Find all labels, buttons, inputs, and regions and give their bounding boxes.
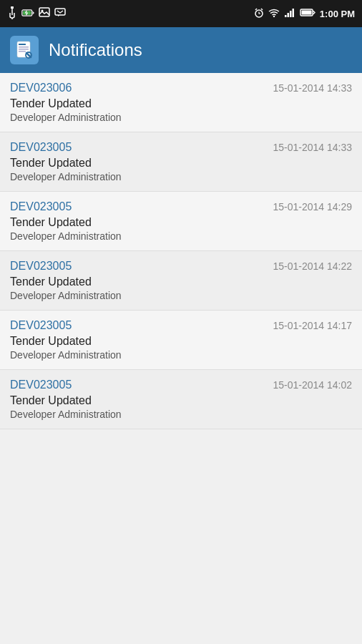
notification-row-top: DEV023005 15-01-2014 14:29 — [10, 200, 352, 213]
header-app-icon — [10, 36, 39, 64]
svg-point-8 — [273, 15, 275, 16]
notification-id[interactable]: DEV023005 — [10, 319, 72, 332]
svg-rect-1 — [11, 6, 14, 9]
notification-id[interactable]: DEV023005 — [10, 379, 72, 391]
status-bar-right: 1:00 PM — [254, 8, 355, 20]
notification-item[interactable]: DEV023005 15-01-2014 14:22 Tender Update… — [0, 251, 362, 311]
notification-item[interactable]: DEV023006 15-01-2014 14:33 Tender Update… — [0, 73, 362, 132]
battery-charging-icon — [21, 8, 34, 19]
notification-id[interactable]: DEV023005 — [10, 200, 72, 213]
svg-rect-12 — [292, 9, 294, 17]
svg-rect-9 — [285, 15, 287, 17]
notification-id[interactable]: DEV023005 — [10, 260, 72, 273]
notification-row-top: DEV023005 15-01-2014 14:17 — [10, 319, 352, 332]
notification-title: Tender Updated — [10, 335, 352, 348]
svg-point-0 — [11, 18, 13, 19]
notification-date: 15-01-2014 14:29 — [273, 201, 352, 213]
notification-item[interactable]: DEV023005 15-01-2014 14:17 Tender Update… — [0, 311, 362, 370]
app-header: Notifications — [0, 27, 362, 73]
notification-date: 15-01-2014 14:33 — [273, 82, 352, 94]
notification-title: Tender Updated — [10, 394, 352, 407]
svg-rect-14 — [301, 11, 311, 15]
notification-subtitle: Developer Administration — [10, 409, 352, 420]
svg-rect-16 — [19, 44, 26, 45]
notification-item[interactable]: DEV023005 15-01-2014 14:29 Tender Update… — [0, 192, 362, 251]
svg-rect-17 — [19, 47, 29, 48]
notification-row-top: DEV023006 15-01-2014 14:33 — [10, 82, 352, 94]
status-bar-left — [7, 6, 66, 21]
notification-date: 15-01-2014 14:02 — [273, 379, 352, 391]
alarm-icon — [254, 8, 264, 20]
svg-rect-10 — [287, 13, 289, 17]
time-display: 1:00 PM — [320, 9, 355, 19]
notification-subtitle: Developer Administration — [10, 171, 352, 182]
notification-row-top: DEV023005 15-01-2014 14:33 — [10, 141, 352, 154]
picture-icon — [39, 7, 50, 20]
notification-title: Tender Updated — [10, 216, 352, 229]
notification-item[interactable]: DEV023005 15-01-2014 14:33 Tender Update… — [0, 132, 362, 192]
notification-id[interactable]: DEV023006 — [10, 82, 72, 94]
svg-rect-6 — [55, 9, 65, 15]
notification-subtitle: Developer Administration — [10, 349, 352, 361]
notification-row-top: DEV023005 15-01-2014 14:22 — [10, 260, 352, 273]
notification-subtitle: Developer Administration — [10, 290, 352, 301]
notification-date: 15-01-2014 14:17 — [273, 320, 352, 331]
page-title: Notifications — [49, 40, 142, 60]
notification-row-top: DEV023005 15-01-2014 14:02 — [10, 379, 352, 391]
svg-rect-11 — [290, 11, 292, 17]
notification-list: DEV023006 15-01-2014 14:33 Tender Update… — [0, 73, 362, 429]
signal-icon — [284, 8, 295, 20]
status-bar: 1:00 PM — [0, 0, 362, 27]
notification-subtitle: Developer Administration — [10, 230, 352, 242]
notification-subtitle: Developer Administration — [10, 112, 352, 123]
wifi-icon — [268, 9, 280, 19]
message-icon — [54, 7, 66, 20]
notification-title: Tender Updated — [10, 97, 352, 110]
battery-icon — [300, 8, 315, 19]
usb-icon — [7, 6, 17, 21]
notification-date: 15-01-2014 14:22 — [273, 260, 352, 272]
notification-title: Tender Updated — [10, 157, 352, 170]
notification-title: Tender Updated — [10, 275, 352, 288]
svg-rect-19 — [19, 51, 26, 52]
notification-id[interactable]: DEV023005 — [10, 141, 72, 154]
svg-rect-18 — [19, 49, 29, 50]
notification-item[interactable]: DEV023005 15-01-2014 14:02 Tender Update… — [0, 370, 362, 429]
notification-date: 15-01-2014 14:33 — [273, 142, 352, 153]
